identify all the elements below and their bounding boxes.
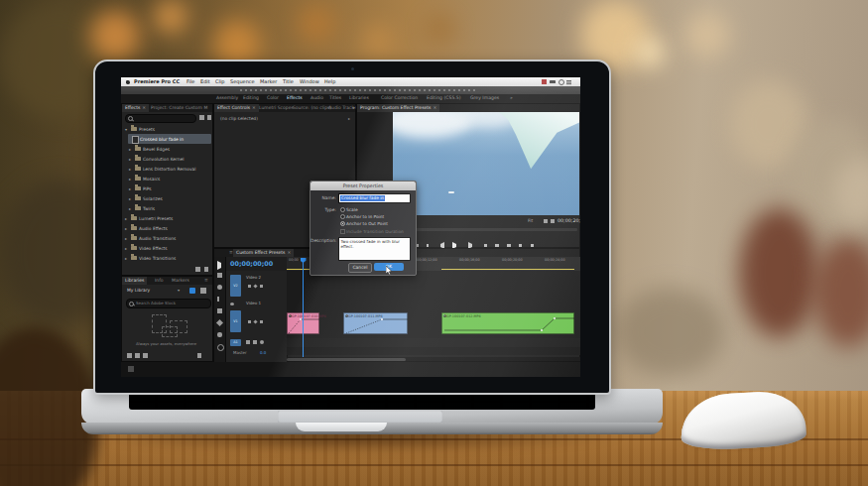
selection-tool[interactable] — [217, 261, 226, 270]
tree-item-folder[interactable]: ▸PiPs — [122, 183, 213, 193]
delete-icon[interactable] — [204, 267, 208, 272]
close-icon[interactable]: × — [287, 250, 291, 255]
menu-item-marker[interactable]: Marker — [260, 79, 277, 84]
menu-item-help[interactable]: Help — [324, 79, 335, 84]
library-dropdown[interactable]: My Library — [127, 289, 150, 293]
radio-scale[interactable] — [340, 207, 345, 212]
razor-tool[interactable] — [217, 297, 219, 302]
twirl-right-icon[interactable]: ▸ — [125, 246, 127, 251]
menu-item-clip[interactable]: Clip — [215, 79, 224, 84]
workspace-tab-color[interactable]: Color — [267, 96, 279, 101]
close-icon[interactable]: × — [433, 105, 436, 110]
mute-icon[interactable] — [246, 340, 250, 344]
track-select-tool[interactable] — [217, 273, 222, 278]
panel-menu-icon[interactable]: ≡ — [201, 277, 211, 285]
timeline-timecode[interactable]: 00;00;00;00 — [230, 261, 273, 267]
workspace-tab-effects[interactable]: Effects — [287, 96, 303, 101]
twirl-right-icon[interactable]: ▸ — [129, 196, 131, 201]
resolution-icon[interactable] — [544, 219, 548, 223]
zoom-level-select[interactable]: Fit — [528, 219, 533, 223]
stock-search-input[interactable]: Search Adobe Stock — [126, 299, 211, 308]
toggle-track-output-icon[interactable] — [230, 303, 234, 305]
tree-item-folder[interactable]: ▸Convolution Kernel — [122, 154, 213, 164]
libraries-footer-icon[interactable] — [127, 353, 132, 358]
radio-anchor-out[interactable] — [340, 221, 345, 226]
tree-item-folder[interactable]: ▸Mosaics — [122, 174, 213, 183]
master-level-value[interactable]: 0.0 — [260, 351, 266, 355]
keyframe-prev-icon[interactable] — [248, 285, 251, 288]
workspace-tab-titles[interactable]: Titles — [329, 96, 341, 101]
twirl-right-icon[interactable]: ▸ — [129, 177, 131, 182]
tree-item-folder[interactable]: ▸Bevel Edges — [122, 144, 213, 154]
solo-icon[interactable] — [253, 340, 257, 344]
libraries-footer-icon[interactable] — [135, 353, 140, 358]
export-frame-icon[interactable] — [507, 244, 511, 248]
libraries-footer-icon[interactable] — [143, 353, 148, 358]
spotlight-icon[interactable] — [558, 79, 564, 85]
close-icon[interactable]: × — [142, 105, 146, 110]
menu-item-title[interactable]: Title — [283, 79, 294, 84]
chevron-down-icon[interactable]: ▾ — [178, 289, 180, 293]
new-custom-bin-icon[interactable] — [195, 267, 200, 272]
panel-options-icon[interactable] — [207, 115, 211, 120]
track-a1-badge[interactable]: A1 — [230, 339, 241, 346]
notification-center-icon[interactable] — [566, 80, 571, 81]
clip-green[interactable]: fx GP-100107-012.MP4 — [441, 312, 574, 334]
keyframe-next-icon[interactable] — [260, 320, 263, 323]
workspace-tab-color-correction[interactable]: Color Correction — [381, 96, 418, 101]
twirl-right-icon[interactable]: ▸ — [129, 186, 131, 191]
program-video-frame[interactable] — [393, 112, 579, 215]
chevron-right-icon[interactable]: ▸ — [348, 117, 350, 121]
tab-effects[interactable]: Effects× — [122, 104, 149, 112]
twirl-right-icon[interactable]: ▸ — [125, 226, 127, 231]
track-v1-badge[interactable]: V1 — [230, 310, 241, 332]
twirl-right-icon[interactable]: ▸ — [129, 206, 131, 211]
menu-item-file[interactable]: File — [186, 79, 194, 84]
library-options-icon[interactable] — [200, 288, 206, 294]
new-bin-icon[interactable] — [199, 115, 204, 120]
playhead[interactable] — [303, 258, 304, 357]
tree-item-folder[interactable]: ▸Twirls — [122, 203, 213, 213]
twirl-right-icon[interactable]: ▸ — [129, 147, 131, 152]
effects-search-input[interactable] — [125, 114, 196, 123]
add-keyframe-icon[interactable] — [253, 284, 257, 288]
description-textarea[interactable]: Two crossed fade in with blur effect. — [338, 237, 411, 261]
tab-program[interactable]: Program: Custom Effect Presets× — [357, 104, 439, 112]
track-v2-badge[interactable]: V2 — [230, 275, 241, 297]
apple-icon[interactable] — [126, 80, 130, 85]
tree-item-folder[interactable]: ▸Video Effects — [122, 243, 213, 253]
tree-item-folder[interactable]: ▸Audio Effects — [122, 223, 213, 233]
tab-markers[interactable]: Markers — [169, 277, 192, 285]
lift-icon[interactable] — [484, 244, 488, 248]
menu-item-edit[interactable]: Edit — [200, 79, 210, 84]
slip-tool[interactable] — [217, 308, 222, 313]
tab-effect-controls[interactable]: Effect Controls× — [214, 104, 259, 112]
sync-icon[interactable] — [189, 288, 195, 294]
keyframe-next-icon[interactable] — [260, 285, 263, 288]
tab-info[interactable]: Info — [152, 277, 167, 285]
workspace-overflow-icon[interactable]: » — [510, 96, 513, 101]
radio-anchor-in[interactable] — [340, 214, 345, 219]
workspace-tab-audio[interactable]: Audio — [310, 96, 323, 101]
twirl-right-icon[interactable]: ▸ — [129, 167, 131, 172]
ripple-edit-tool[interactable] — [217, 285, 222, 290]
menu-item-window[interactable]: Window — [300, 79, 319, 84]
twirl-right-icon[interactable]: ▸ — [129, 157, 131, 162]
hand-tool[interactable] — [217, 332, 222, 337]
workspace-tab-libraries[interactable]: Libraries — [349, 96, 369, 101]
comparison-view-icon[interactable] — [519, 244, 523, 248]
cancel-button[interactable]: Cancel — [348, 263, 372, 273]
menu-item-sequence[interactable]: Sequence — [230, 79, 255, 84]
settings-wrench-icon[interactable] — [551, 219, 555, 223]
twirl-right-icon[interactable]: ▸ — [125, 256, 127, 261]
tab-sequence[interactable]: Custom Effect Presets× — [233, 249, 294, 257]
tree-item-presets[interactable]: ▾ Presets — [122, 124, 213, 134]
tree-item-folder[interactable]: ▸Audio Transitions — [122, 233, 213, 243]
tab-libraries[interactable]: Libraries — [122, 277, 147, 285]
track-v1-lane[interactable]: fx GP-100107-010.MP4 fx GP-100107-011.MP… — [287, 299, 580, 339]
workspace-tab-editing-cs55[interactable]: Editing (CS5.5) — [427, 96, 460, 101]
record-icon[interactable] — [260, 340, 264, 344]
mark-out-icon[interactable] — [427, 244, 429, 248]
scrollbar-thumb[interactable] — [287, 358, 406, 361]
tree-item-folder[interactable]: ▸Solarizes — [122, 193, 213, 203]
